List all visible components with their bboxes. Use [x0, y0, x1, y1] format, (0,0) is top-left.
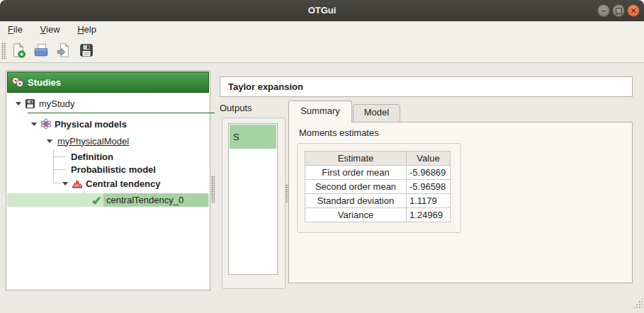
current-study-underline	[28, 113, 215, 113]
export-script-button[interactable]	[55, 41, 73, 59]
estimate-cell: Second order mean	[305, 180, 407, 194]
expand-arrow-icon[interactable]	[62, 182, 68, 188]
menu-bar: File View Help	[0, 21, 644, 38]
value-cell: -5.96598	[407, 180, 451, 194]
toolbar	[0, 40, 644, 61]
open-study-button[interactable]	[32, 41, 50, 59]
tree-item-label: Definition	[71, 152, 113, 162]
tree-item-label: Central tendency	[86, 178, 160, 189]
studies-header-label: Studies	[28, 77, 61, 88]
tab-model[interactable]: Model	[353, 104, 400, 123]
open-folder-icon	[33, 42, 49, 58]
table-row[interactable]: First order mean -5.96869	[305, 166, 451, 180]
tree-item-central-tendency[interactable]: Central tendency	[7, 176, 209, 190]
moments-estimates-label: Moments estimates	[299, 127, 379, 138]
tree-item-probabilistic-model[interactable]: Probabilistic model	[7, 163, 209, 176]
maximize-button[interactable]	[612, 4, 625, 17]
tree-item-label: Probabilistic model	[71, 164, 156, 175]
minimize-button[interactable]: –	[597, 4, 610, 17]
column-header-estimate: Estimate	[305, 152, 407, 166]
analysis-title: Taylor expansion	[228, 81, 303, 92]
tree-item-label: centralTendency_0	[106, 195, 183, 205]
maximize-icon	[616, 8, 622, 14]
estimate-cell: Variance	[305, 208, 407, 222]
tree-item-definition[interactable]: Definition	[7, 150, 209, 163]
new-document-icon	[11, 42, 26, 58]
menu-help[interactable]: Help	[70, 21, 103, 37]
tab-label: Model	[364, 107, 389, 118]
menu-view[interactable]: View	[33, 21, 67, 37]
studies-icon	[11, 76, 25, 88]
menu-file[interactable]: File	[1, 21, 30, 37]
tab-summary[interactable]: Summary	[288, 101, 352, 123]
tree-item-myphysicalmodel[interactable]: myPhysicalModel	[7, 134, 209, 148]
moments-table: Estimate Value First order mean -5.96869…	[305, 151, 451, 222]
expand-arrow-icon[interactable]	[31, 123, 37, 129]
tree-item-mystudy[interactable]: myStudy	[7, 96, 209, 110]
atom-icon	[40, 118, 52, 130]
value-cell: 1.24969	[407, 208, 451, 222]
table-row[interactable]: Standard deviation 1.1179	[305, 194, 451, 208]
tab-label: Summary	[300, 106, 340, 116]
table-row[interactable]: Second order mean -5.96598	[305, 180, 451, 194]
distribution-icon	[71, 178, 83, 189]
export-script-icon	[56, 42, 72, 58]
studies-tree-panel: Studies myStudy Physical models	[6, 70, 210, 290]
tree-item-label: Physical models	[55, 119, 127, 130]
tree-item-label: myStudy	[39, 98, 75, 109]
tree-item-label: myPhysicalModel	[57, 136, 129, 147]
column-header-value: Value	[407, 152, 451, 166]
study-floppy-icon	[24, 98, 36, 109]
title-bar[interactable]: OTGui – ✕	[0, 0, 644, 21]
selected-item-cell[interactable]: centralTendency_0	[103, 193, 208, 207]
value-cell: -5.96869	[407, 166, 451, 180]
studies-header: Studies	[7, 72, 209, 93]
tree-item-centraltendency-0[interactable]: centralTendency_0	[7, 193, 209, 207]
save-study-button[interactable]	[77, 41, 96, 59]
expand-arrow-icon[interactable]	[47, 140, 52, 146]
output-item-s[interactable]: S	[230, 125, 276, 149]
close-button[interactable]: ✕	[627, 4, 640, 17]
window-title: OTGui	[0, 5, 644, 16]
new-study-button[interactable]	[9, 41, 28, 59]
table-header-row: Estimate Value	[305, 152, 451, 166]
main-splitter-handle[interactable]	[211, 176, 215, 203]
toolbar-grip[interactable]	[1, 42, 6, 59]
check-icon	[90, 195, 102, 206]
estimate-cell: Standard deviation	[305, 194, 407, 208]
outputs-label: Outputs	[220, 103, 252, 113]
value-cell: 1.1179	[407, 194, 451, 208]
analysis-title-box: Taylor expansion	[220, 76, 633, 97]
output-item-label: S	[233, 132, 239, 142]
outputs-list[interactable]: S	[228, 123, 278, 275]
expand-arrow-icon[interactable]	[16, 102, 21, 108]
tree-item-physical-models[interactable]: Physical models	[7, 117, 209, 131]
table-row[interactable]: Variance 1.24969	[305, 208, 451, 222]
estimate-cell: First order mean	[305, 166, 407, 180]
save-floppy-icon	[79, 42, 94, 58]
